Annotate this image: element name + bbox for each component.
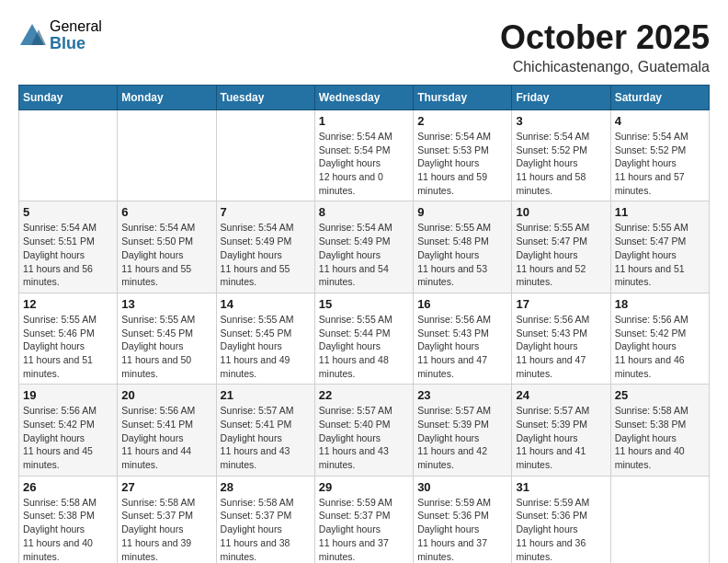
day-info: Sunrise: 5:59 AMSunset: 5:36 PMDaylight … [417,496,507,563]
day-number: 22 [319,388,409,402]
day-info: Sunrise: 5:56 AMSunset: 5:41 PMDaylight … [121,404,211,471]
calendar-day-cell: 4Sunrise: 5:54 AMSunset: 5:52 PMDaylight… [610,110,709,201]
day-info: Sunrise: 5:54 AMSunset: 5:51 PMDaylight … [23,221,113,288]
day-number: 5 [23,205,113,219]
page-header: General Blue October 2025 Chichicastenan… [18,18,710,75]
day-number: 24 [516,388,606,402]
day-info: Sunrise: 5:54 AMSunset: 5:50 PMDaylight … [121,221,211,288]
weekday-header: Tuesday [216,86,314,110]
weekday-header: Wednesday [314,86,413,110]
calendar-week-row: 1Sunrise: 5:54 AMSunset: 5:54 PMDaylight… [19,110,710,201]
day-info: Sunrise: 5:55 AMSunset: 5:47 PMDaylight … [615,221,705,288]
day-number: 15 [319,297,409,311]
day-info: Sunrise: 5:58 AMSunset: 5:38 PMDaylight … [23,496,113,563]
day-info: Sunrise: 5:58 AMSunset: 5:37 PMDaylight … [221,496,311,563]
calendar-day-cell: 25Sunrise: 5:58 AMSunset: 5:38 PMDayligh… [610,385,709,476]
calendar-day-cell: 28Sunrise: 5:58 AMSunset: 5:37 PMDayligh… [216,476,314,563]
calendar-day-cell: 24Sunrise: 5:57 AMSunset: 5:39 PMDayligh… [512,385,610,476]
day-info: Sunrise: 5:56 AMSunset: 5:42 PMDaylight … [615,313,705,380]
day-number: 4 [615,114,705,128]
day-info: Sunrise: 5:54 AMSunset: 5:53 PMDaylight … [417,130,507,197]
day-number: 29 [319,480,409,494]
day-number: 23 [417,388,507,402]
day-number: 28 [221,480,311,494]
logo-blue: Blue [50,35,102,53]
month-title: October 2025 [500,18,710,57]
calendar-day-cell: 13Sunrise: 5:55 AMSunset: 5:45 PMDayligh… [118,293,216,384]
day-info: Sunrise: 5:55 AMSunset: 5:47 PMDaylight … [516,221,606,288]
day-number: 18 [615,297,705,311]
day-number: 8 [319,205,409,219]
calendar-day-cell: 11Sunrise: 5:55 AMSunset: 5:47 PMDayligh… [610,201,709,293]
calendar-week-row: 26Sunrise: 5:58 AMSunset: 5:38 PMDayligh… [19,476,710,563]
day-info: Sunrise: 5:55 AMSunset: 5:48 PMDaylight … [417,221,507,288]
day-info: Sunrise: 5:57 AMSunset: 5:39 PMDaylight … [516,404,606,471]
day-info: Sunrise: 5:55 AMSunset: 5:45 PMDaylight … [221,313,311,380]
calendar-day-cell: 12Sunrise: 5:55 AMSunset: 5:46 PMDayligh… [19,293,118,384]
weekday-header: Friday [512,86,610,110]
day-number: 6 [121,205,211,219]
day-info: Sunrise: 5:54 AMSunset: 5:52 PMDaylight … [615,130,705,197]
day-info: Sunrise: 5:59 AMSunset: 5:37 PMDaylight … [319,496,409,563]
calendar-day-cell: 26Sunrise: 5:58 AMSunset: 5:38 PMDayligh… [19,476,118,563]
day-number: 2 [417,114,507,128]
calendar-day-cell: 17Sunrise: 5:56 AMSunset: 5:43 PMDayligh… [512,293,610,384]
weekday-header: Saturday [610,86,709,110]
calendar-day-cell: 1Sunrise: 5:54 AMSunset: 5:54 PMDaylight… [314,110,413,201]
calendar-day-cell: 30Sunrise: 5:59 AMSunset: 5:36 PMDayligh… [414,476,512,563]
day-number: 19 [23,388,113,402]
day-number: 12 [23,297,113,311]
calendar-day-cell: 18Sunrise: 5:56 AMSunset: 5:42 PMDayligh… [610,293,709,384]
weekday-header: Monday [118,86,216,110]
logo: General Blue [18,18,102,52]
calendar-day-cell: 22Sunrise: 5:57 AMSunset: 5:40 PMDayligh… [314,385,413,476]
calendar-day-cell: 5Sunrise: 5:54 AMSunset: 5:51 PMDaylight… [19,201,118,293]
calendar-day-cell: 9Sunrise: 5:55 AMSunset: 5:48 PMDaylight… [414,201,512,293]
title-section: October 2025 Chichicastenango, Guatemala [500,18,710,75]
day-number: 13 [121,297,211,311]
calendar-header-row: SundayMondayTuesdayWednesdayThursdayFrid… [19,86,710,110]
day-info: Sunrise: 5:56 AMSunset: 5:43 PMDaylight … [417,313,507,380]
day-number: 25 [615,388,705,402]
logo-text: General Blue [50,18,102,52]
day-number: 26 [23,480,113,494]
calendar-day-cell: 16Sunrise: 5:56 AMSunset: 5:43 PMDayligh… [414,293,512,384]
calendar-day-cell: 7Sunrise: 5:54 AMSunset: 5:49 PMDaylight… [216,201,314,293]
calendar-day-cell: 20Sunrise: 5:56 AMSunset: 5:41 PMDayligh… [118,385,216,476]
calendar-day-cell: 6Sunrise: 5:54 AMSunset: 5:50 PMDaylight… [118,201,216,293]
day-info: Sunrise: 5:55 AMSunset: 5:44 PMDaylight … [319,313,409,380]
day-number: 1 [319,114,409,128]
logo-general: General [50,18,102,35]
logo-icon [18,22,46,50]
calendar-week-row: 12Sunrise: 5:55 AMSunset: 5:46 PMDayligh… [19,293,710,384]
calendar-day-cell: 2Sunrise: 5:54 AMSunset: 5:53 PMDaylight… [414,110,512,201]
calendar-week-row: 19Sunrise: 5:56 AMSunset: 5:42 PMDayligh… [19,385,710,476]
day-number: 21 [221,388,311,402]
day-info: Sunrise: 5:54 AMSunset: 5:49 PMDaylight … [319,221,409,288]
day-number: 16 [417,297,507,311]
day-number: 14 [221,297,311,311]
calendar-day-cell: 21Sunrise: 5:57 AMSunset: 5:41 PMDayligh… [216,385,314,476]
calendar-day-cell [216,110,314,201]
calendar-day-cell: 19Sunrise: 5:56 AMSunset: 5:42 PMDayligh… [19,385,118,476]
calendar-week-row: 5Sunrise: 5:54 AMSunset: 5:51 PMDaylight… [19,201,710,293]
calendar-table: SundayMondayTuesdayWednesdayThursdayFrid… [18,85,710,563]
day-number: 20 [121,388,211,402]
day-number: 7 [221,205,311,219]
day-info: Sunrise: 5:55 AMSunset: 5:46 PMDaylight … [23,313,113,380]
calendar-day-cell: 27Sunrise: 5:58 AMSunset: 5:37 PMDayligh… [118,476,216,563]
day-number: 10 [516,205,606,219]
day-number: 31 [516,480,606,494]
day-info: Sunrise: 5:54 AMSunset: 5:49 PMDaylight … [221,221,311,288]
day-info: Sunrise: 5:58 AMSunset: 5:38 PMDaylight … [615,404,705,471]
day-number: 9 [417,205,507,219]
day-number: 11 [615,205,705,219]
day-number: 27 [121,480,211,494]
weekday-header: Sunday [19,86,118,110]
calendar-day-cell: 23Sunrise: 5:57 AMSunset: 5:39 PMDayligh… [414,385,512,476]
day-info: Sunrise: 5:57 AMSunset: 5:39 PMDaylight … [417,404,507,471]
calendar-day-cell: 31Sunrise: 5:59 AMSunset: 5:36 PMDayligh… [512,476,610,563]
calendar-day-cell [610,476,709,563]
day-info: Sunrise: 5:57 AMSunset: 5:40 PMDaylight … [319,404,409,471]
day-number: 30 [417,480,507,494]
